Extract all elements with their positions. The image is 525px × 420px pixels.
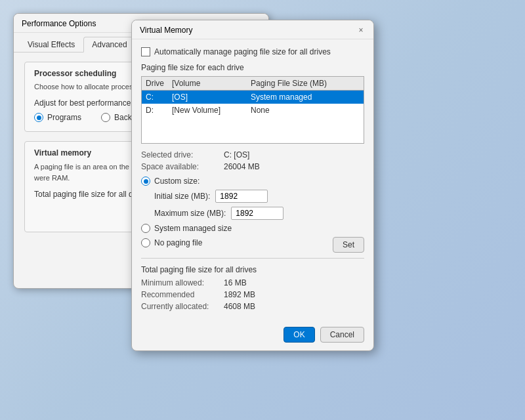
virtual-memory-dialog: Virtual Memory × Automatically manage pa… bbox=[131, 20, 374, 351]
custom-size-label: Custom size: bbox=[154, 177, 200, 186]
set-button[interactable]: Set bbox=[333, 237, 364, 253]
tab-visual-effects[interactable]: Visual Effects bbox=[19, 37, 83, 52]
minimum-allowed-value: 16 MB bbox=[224, 278, 247, 287]
system-managed-radio-circle bbox=[141, 224, 150, 233]
custom-size-radio-circle bbox=[141, 177, 150, 186]
radio-background-circle bbox=[101, 113, 110, 122]
custom-size-radio[interactable]: Custom size: bbox=[141, 177, 364, 186]
drive-c-volume: [OS] bbox=[172, 93, 251, 102]
max-size-input[interactable] bbox=[231, 207, 284, 220]
drives-table-body: C: [OS] System managed D: [New Volume] N… bbox=[142, 91, 364, 143]
minimum-allowed-row: Minimum allowed: 16 MB bbox=[141, 278, 364, 287]
minimum-allowed-label: Minimum allowed: bbox=[141, 278, 220, 287]
no-paging-label: No paging file bbox=[154, 238, 202, 247]
col-drive: Drive bbox=[146, 79, 172, 88]
total-paging-title: Total paging file size for all drives bbox=[141, 265, 364, 274]
initial-size-input[interactable] bbox=[215, 190, 268, 203]
size-options-group: Custom size: Initial size (MB): Maximum … bbox=[141, 177, 364, 253]
cancel-button[interactable]: Cancel bbox=[320, 327, 364, 343]
radio-programs[interactable]: Programs bbox=[34, 113, 81, 122]
drive-d-paging: None bbox=[251, 106, 360, 115]
recommended-label: Recommended bbox=[141, 290, 220, 299]
tab-advanced[interactable]: Advanced bbox=[83, 37, 135, 52]
virtual-memory-dialog-content: Automatically manage paging file size fo… bbox=[132, 39, 373, 322]
space-available-row: Space available: 26004 MB bbox=[141, 162, 364, 171]
virtual-memory-dialog-title: Virtual Memory bbox=[140, 26, 192, 35]
paging-file-section-label: Paging file size for each drive bbox=[141, 63, 364, 72]
initial-size-label: Initial size (MB): bbox=[154, 192, 210, 201]
virtual-memory-dialog-close-button[interactable]: × bbox=[356, 26, 366, 35]
currently-allocated-row: Currently allocated: 4608 MB bbox=[141, 302, 364, 311]
radio-programs-label: Programs bbox=[47, 113, 81, 122]
no-paging-radio[interactable]: No paging file bbox=[141, 238, 202, 247]
drive-c-paging: System managed bbox=[251, 93, 360, 102]
recommended-row: Recommended 1892 MB bbox=[141, 290, 364, 299]
virtual-memory-dialog-titlebar: Virtual Memory × bbox=[132, 20, 373, 39]
drives-table: Drive [Volume Paging File Size (MB) C: [… bbox=[141, 76, 364, 144]
col-paging-size: Paging File Size (MB) bbox=[251, 79, 360, 88]
initial-size-row: Initial size (MB): bbox=[141, 190, 364, 203]
system-managed-label: System managed size bbox=[154, 224, 232, 233]
drive-c-letter: C: bbox=[146, 93, 172, 102]
currently-allocated-value: 4608 MB bbox=[224, 302, 255, 311]
space-available-value: 26004 MB bbox=[224, 162, 260, 171]
selected-drive-row: Selected drive: C: [OS] bbox=[141, 150, 364, 159]
selected-drive-value: C: [OS] bbox=[224, 150, 249, 159]
drives-table-header: Drive [Volume Paging File Size (MB) bbox=[142, 77, 364, 91]
max-size-label: Maximum size (MB): bbox=[154, 209, 226, 218]
max-size-row: Maximum size (MB): bbox=[141, 207, 364, 220]
dialog-buttons: OK Cancel bbox=[132, 322, 373, 350]
recommended-value: 1892 MB bbox=[224, 290, 255, 299]
drive-row-d[interactable]: D: [New Volume] None bbox=[142, 104, 364, 117]
drive-row-c[interactable]: C: [OS] System managed bbox=[142, 91, 364, 104]
radio-programs-circle bbox=[34, 113, 43, 122]
col-volume: [Volume bbox=[172, 79, 251, 88]
drive-d-letter: D: bbox=[146, 106, 172, 115]
no-paging-radio-circle bbox=[141, 238, 150, 247]
auto-manage-row[interactable]: Automatically manage paging file size fo… bbox=[141, 47, 364, 56]
auto-manage-label: Automatically manage paging file size fo… bbox=[154, 47, 331, 56]
performance-options-title: Performance Options bbox=[22, 19, 96, 28]
selected-drive-label: Selected drive: bbox=[141, 150, 220, 159]
auto-manage-checkbox[interactable] bbox=[141, 47, 150, 56]
drive-d-volume: [New Volume] bbox=[172, 106, 251, 115]
currently-allocated-label: Currently allocated: bbox=[141, 302, 220, 311]
system-managed-radio[interactable]: System managed size bbox=[141, 224, 364, 233]
total-paging-section: Total paging file size for all drives Mi… bbox=[141, 258, 364, 311]
ok-button[interactable]: OK bbox=[284, 327, 314, 343]
space-available-label: Space available: bbox=[141, 162, 220, 171]
